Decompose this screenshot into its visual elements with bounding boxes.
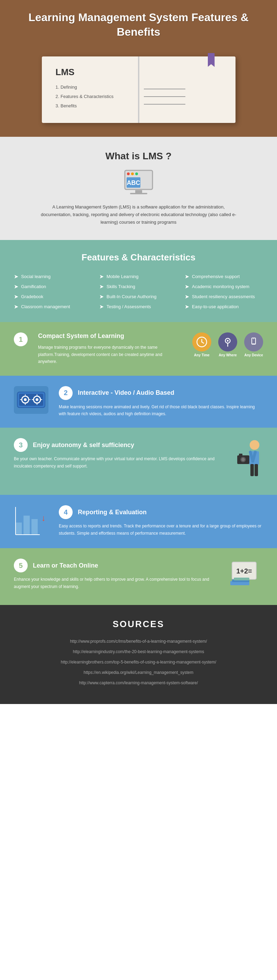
book-right [144, 67, 222, 113]
feature-item-9: ➤ Comprehensive support [185, 273, 263, 280]
svg-point-1 [127, 172, 130, 175]
source-link-5[interactable]: http://www.capterra.com/learning-managem… [21, 680, 256, 686]
source-link-2[interactable]: http://elearningindustry.com/the-20-best… [21, 649, 256, 655]
math-illustration: 1+2= [229, 558, 263, 595]
chart-illustration: ↓ [14, 505, 48, 538]
any-device-label: Any Device [244, 353, 263, 357]
benefit-2-number: 2 [59, 386, 73, 400]
arrow-icon-11: ➤ [185, 293, 189, 300]
book-line-3 [144, 104, 185, 105]
arrow-icon-7: ➤ [99, 293, 104, 300]
svg-point-39 [241, 458, 245, 461]
feature-label-1: Social learning [21, 274, 51, 279]
svg-point-31 [250, 440, 260, 450]
benefit-3-title: Enjoy autonomy & self sufficiency [33, 442, 134, 449]
benefit-3-section: 3 Enjoy autonomy & self sufficiency Be y… [0, 428, 277, 495]
arrow-icon-4: ➤ [14, 303, 18, 310]
feature-label-4: Classroom management [21, 304, 70, 309]
bookmark-icon [208, 53, 215, 67]
svg-point-2 [131, 172, 134, 175]
benefit-1-icons: Any Time Any Where Any Device [192, 332, 263, 357]
arrow-icon-10: ➤ [185, 283, 189, 290]
clock-icon [192, 332, 211, 352]
feature-item-1: ➤ Social learning [14, 273, 92, 280]
benefit-5-main: 5 Learn or Teach Online Enhance your kno… [14, 558, 218, 590]
feature-item-7: ➤ Built-In Course Authoring [99, 293, 178, 300]
feature-label-6: Skills Tracking [106, 284, 135, 289]
benefit-2-title: Interactive - Video / Audio Based [78, 389, 174, 396]
svg-point-26 [36, 398, 38, 401]
any-device-icon-group: Any Device [244, 332, 263, 357]
arrow-icon-1: ➤ [14, 273, 18, 280]
svg-rect-35 [250, 464, 254, 476]
arrow-icon-5: ➤ [99, 273, 104, 280]
arrow-icon-6: ➤ [99, 283, 104, 290]
benefit-2-description: Make learning sessions more animated and… [59, 403, 263, 418]
feature-label-3: Gradebook [21, 294, 43, 299]
benefit-4-description: Easy access to reports and trends. Track… [59, 523, 263, 537]
book-line-1 [144, 89, 185, 89]
benefit-5-title: Learn or Teach Online [33, 562, 98, 569]
feature-label-7: Built-In Course Authoring [106, 294, 157, 299]
benefit-5-number: 5 [14, 558, 28, 573]
feature-item-10: ➤ Academic monitoring system [185, 283, 263, 290]
book-toc: Defining Features & Characteristics Bene… [56, 84, 133, 108]
feature-item-8: ➤ Testing / Assessments [99, 303, 178, 310]
feature-label-9: Comprehensive support [192, 274, 240, 279]
svg-rect-41 [16, 523, 22, 535]
svg-text:ABC: ABC [127, 180, 140, 186]
page-title: Learning Management System Features & Be… [7, 10, 270, 39]
feature-label-12: Easy-to-use application [192, 304, 239, 309]
benefit-1-content: Compact System of Learning Manage traini… [38, 332, 182, 365]
svg-rect-7 [130, 193, 147, 194]
feature-item-4: ➤ Classroom management [14, 303, 92, 310]
feature-label-2: Gamification [21, 284, 46, 289]
svg-rect-15 [252, 344, 255, 344]
benefit-4-title: Reporting & Evaluation [78, 509, 147, 516]
source-link-4[interactable]: https://en.wikipedia.org/wiki/Learning_m… [21, 670, 256, 676]
book-left: LMS Defining Features & Characteristics … [56, 67, 133, 113]
benefit-2-section: 2 Interactive - Video / Audio Based Make… [0, 376, 277, 428]
svg-rect-36 [255, 464, 258, 476]
svg-point-12 [227, 340, 229, 342]
svg-line-10 [202, 342, 204, 344]
what-lms-heading: What is LMS ? [21, 151, 256, 162]
benefit-4-number: 4 [59, 505, 73, 519]
any-where-label: Any Where [218, 353, 237, 357]
feature-label-11: Student resiliency assessments [192, 294, 255, 299]
benefit-3-description: Be your own teacher. Communicate anytime… [14, 455, 222, 469]
benefit-4-main: 4 Reporting & Evaluation Easy access to … [59, 505, 263, 537]
feature-label-5: Mobile Learning [106, 274, 139, 279]
benefit-1-title: Compact System of Learning [38, 332, 182, 340]
feature-item-6: ➤ Skills Tracking [99, 283, 178, 290]
svg-rect-51 [234, 578, 249, 581]
svg-point-16 [253, 339, 254, 339]
arrow-icon-9: ➤ [185, 273, 189, 280]
features-heading: Features & Characteristics [14, 252, 263, 263]
arrow-icon-3: ➤ [14, 293, 18, 300]
source-link-1[interactable]: http://www.proprofs.com/c/lms/benefits-o… [21, 638, 256, 644]
source-link-3[interactable]: http://elearningbrothers.com/top-5-benef… [21, 659, 256, 665]
feature-label-10: Academic monitoring system [192, 284, 249, 289]
any-where-icon-group: Any Where [218, 332, 237, 357]
svg-point-3 [135, 172, 138, 175]
feature-label-8: Testing / Assessments [106, 304, 151, 309]
feature-item-2: ➤ Gamification [14, 283, 92, 290]
benefit-4-section: ↓ 4 Reporting & Evaluation Easy access t… [0, 495, 277, 548]
benefit-3-number: 3 [14, 438, 28, 452]
svg-text:1+2=: 1+2= [236, 567, 252, 575]
svg-text:↓: ↓ [41, 513, 46, 523]
book-line-2 [144, 96, 185, 97]
toc-item-1: Defining [56, 84, 133, 90]
any-time-label: Any Time [194, 353, 210, 357]
tape-recorder-icon [14, 386, 48, 414]
sources-heading: SOURCES [21, 619, 256, 630]
svg-rect-42 [24, 515, 30, 535]
svg-rect-43 [32, 519, 38, 535]
arrow-icon-12: ➤ [185, 303, 189, 310]
what-lms-description: A Learning Management System (LMS) is a … [38, 203, 239, 226]
features-section: Features & Characteristics ➤ Social lear… [0, 240, 277, 322]
feature-item-5: ➤ Mobile Learning [99, 273, 178, 280]
book-section: LMS Defining Features & Characteristics … [0, 49, 277, 137]
benefit-3-main: 3 Enjoy autonomy & self sufficiency Be y… [14, 438, 222, 469]
